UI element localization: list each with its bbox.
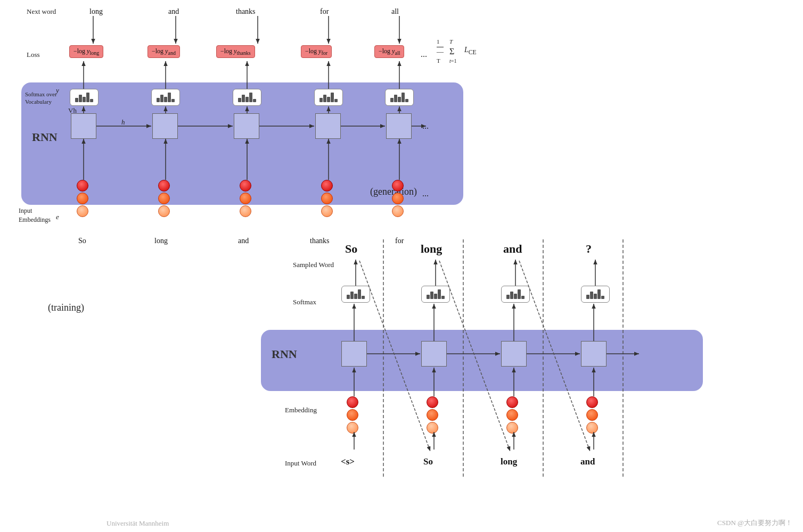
- input-and: and: [580, 456, 595, 467]
- next-word-thanks: thanks: [236, 7, 256, 16]
- rnn-cell-bottom-4: [581, 341, 607, 367]
- next-word-long: long: [89, 7, 103, 16]
- softmax-box-top-4: [314, 89, 343, 106]
- emb-stack-2: [158, 180, 170, 217]
- input-start: <s>: [341, 456, 355, 467]
- dots-loss: ...: [421, 49, 427, 59]
- rnn-cell-top-5: [386, 113, 412, 139]
- softmax-box-top-3: [233, 89, 261, 106]
- loss-box-2: −log yand: [148, 45, 180, 58]
- rnn-cell-top-4: [315, 113, 341, 139]
- sampled-question: ?: [586, 242, 592, 256]
- watermark-left: Universität Mannheim: [106, 519, 169, 528]
- emb-stack-bottom-1: [347, 396, 358, 434]
- next-word-and: and: [168, 7, 179, 16]
- rnn-cell-bottom-3: [501, 341, 527, 367]
- emb-stack-bottom-4: [586, 396, 598, 434]
- y-label: y: [56, 86, 59, 95]
- next-word-for: for: [320, 7, 329, 16]
- rnn-cell-bottom-2: [421, 341, 447, 367]
- arrows-svg: [0, 0, 803, 532]
- watermark-right: CSDN @大白要努力啊！: [717, 518, 792, 528]
- rnn-label-bottom: RNN: [272, 347, 297, 361]
- math-formula: 1 — T: [437, 38, 444, 65]
- rnn-cell-top-3: [234, 113, 259, 139]
- softmax-box-bottom-4: [581, 286, 610, 303]
- emb-stack-4: [321, 180, 333, 217]
- loss-box-3: −log ythanks: [216, 45, 255, 58]
- math-formula-sum: T Σ t=1: [449, 38, 456, 65]
- softmax-box-bottom-1: [341, 286, 370, 303]
- softmax-label-bottom: Softmax: [293, 298, 316, 306]
- next-word-label: Next word: [27, 7, 56, 16]
- word-and: and: [238, 237, 249, 245]
- word-so: So: [78, 237, 86, 245]
- softmax-box-bottom-3: [501, 286, 530, 303]
- input-long: long: [501, 456, 517, 467]
- h-label: h: [121, 118, 125, 127]
- rnn-box-bottom: [261, 330, 703, 391]
- softmax-label-top: Softmax overVocabulary: [25, 90, 57, 106]
- softmax-box-top-2: [151, 89, 180, 106]
- softmax-box-top-5: [385, 89, 414, 106]
- training-label: (training): [48, 302, 84, 313]
- softmax-box-top-1: [70, 89, 99, 106]
- word-long: long: [154, 237, 168, 245]
- word-thanks: thanks: [310, 237, 330, 245]
- sampled-so: So: [345, 242, 357, 256]
- dots-rnn-top: ...: [422, 121, 429, 131]
- dots-emb-top: ...: [422, 189, 429, 198]
- math-formula-lce: LCE: [464, 46, 477, 56]
- emb-stack-bottom-3: [506, 396, 518, 434]
- loss-box-5: −log yall: [374, 45, 404, 58]
- emb-stack-5: [392, 180, 404, 217]
- emb-stack-1: [77, 180, 88, 217]
- loss-box-4: −log yfor: [301, 45, 332, 58]
- loss-label: Loss: [27, 51, 40, 59]
- emb-stack-bottom-2: [427, 396, 438, 434]
- rnn-cell-top-1: [71, 113, 96, 139]
- sampled-and: and: [503, 242, 522, 256]
- e-label: e: [56, 213, 59, 221]
- word-for: for: [395, 237, 404, 245]
- next-word-all: all: [391, 7, 399, 16]
- loss-box-1: −log ylong: [69, 45, 103, 58]
- rnn-cell-bottom-1: [341, 341, 367, 367]
- embedding-label: Embedding: [285, 406, 317, 414]
- input-word-label: Input Word: [285, 459, 316, 468]
- sampled-word-label: Sampled Word: [293, 261, 334, 269]
- emb-stack-3: [240, 180, 251, 217]
- softmax-box-bottom-2: [421, 286, 450, 303]
- rnn-cell-top-2: [152, 113, 178, 139]
- input-emb-label: InputEmbeddings: [19, 206, 51, 225]
- rnn-label-top: RNN: [32, 130, 58, 144]
- input-so: So: [423, 456, 433, 467]
- sampled-long: long: [421, 242, 442, 256]
